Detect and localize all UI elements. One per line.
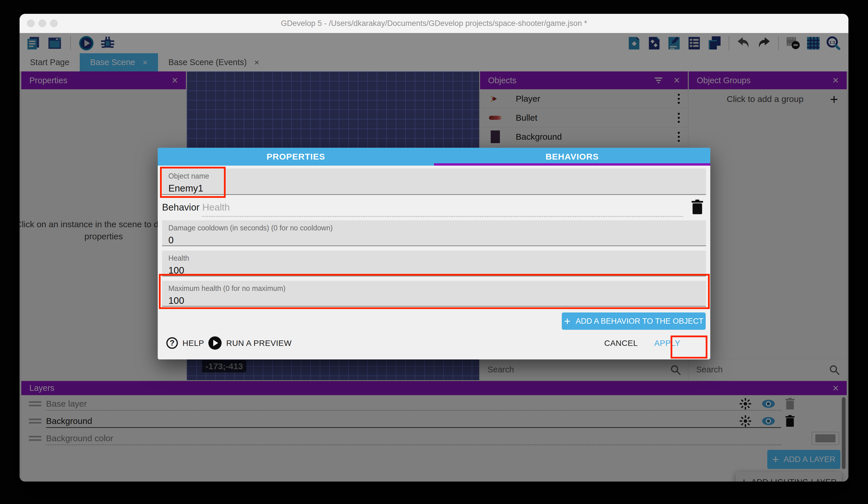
add-behavior-label: ADD A BEHAVIOR TO THE OBJECT [576,317,703,326]
health-field[interactable]: Health 100 [162,251,706,276]
add-behavior-button[interactable]: + ADD A BEHAVIOR TO THE OBJECT [562,312,706,330]
annotation-apply-button [671,335,707,359]
field-value: 0 [168,235,700,246]
active-tab-indicator [434,163,710,165]
object-name-label: Object name [168,172,700,180]
object-name-value: Enemy1 [168,183,700,194]
behavior-name-input[interactable]: Health [202,202,230,213]
app-window: GDevelop 5 - /Users/dkarakay/Documents/G… [20,14,848,482]
annotation-maximum-health [159,274,710,309]
help-question-icon: ? [166,337,178,349]
run-preview-label: RUN A PREVIEW [226,339,291,348]
dialog-tab-label: PROPERTIES [267,152,325,162]
object-editor-dialog: PROPERTIES BEHAVIORS Object name Enemy1 … [158,148,710,360]
cancel-button[interactable]: CANCEL [604,339,638,348]
help-label: HELP [183,339,204,348]
dialog-tabbar: PROPERTIES BEHAVIORS [158,148,710,165]
help-button[interactable]: ? HELP [166,336,204,350]
play-icon [208,336,221,350]
dialog-tab-label: BEHAVIORS [545,152,599,162]
annotation-object-name [160,167,226,198]
titlebar: GDevelop 5 - /Users/dkarakay/Documents/G… [20,14,848,33]
behavior-label: Behavior [162,202,199,213]
run-preview-button[interactable]: RUN A PREVIEW [208,336,291,350]
damage-cooldown-field[interactable]: Damage cooldown (in seconds) (0 for no c… [162,220,706,246]
field-label: Health [168,254,700,262]
delete-behavior-trash-icon[interactable] [691,200,704,215]
field-label: Damage cooldown (in seconds) (0 for no c… [168,224,700,232]
dialog-tab-behaviors[interactable]: BEHAVIORS [434,148,710,165]
behavior-name-underline [202,216,683,217]
object-name-field[interactable]: Object name Enemy1 [162,169,706,195]
behavior-header-row: Behavior Health [162,199,706,218]
dialog-tab-properties[interactable]: PROPERTIES [158,148,434,165]
window-title: GDevelop 5 - /Users/dkarakay/Documents/G… [20,14,848,33]
plus-icon: + [564,315,570,327]
dialog-actions-row: ? HELP RUN A PREVIEW CANCEL APPLY [158,336,710,360]
